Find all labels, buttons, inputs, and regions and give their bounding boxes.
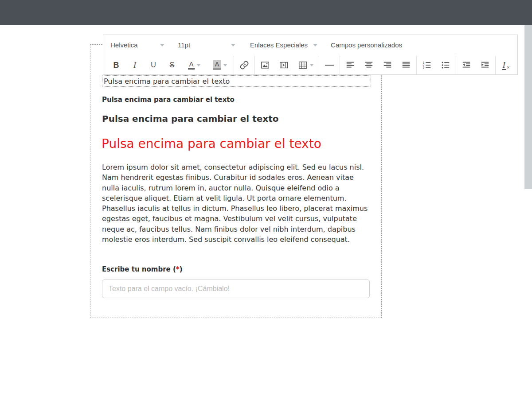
custom-fields-label: Campos personalizados <box>331 41 402 49</box>
indent-button[interactable] <box>476 56 494 74</box>
chevron-down-icon <box>223 64 227 66</box>
editable-bold-line[interactable]: Pulsa encima para cambiar el texto <box>102 96 235 104</box>
editable-text-line[interactable]: Pulsa encima para cambiar el texto <box>102 75 371 87</box>
align-center-icon <box>364 60 374 70</box>
editable-heading-bold[interactable]: Pulsa encima para cambiar el texto <box>102 113 278 124</box>
align-left-icon <box>345 60 355 70</box>
underline-button[interactable]: U <box>144 56 163 74</box>
bold-icon: B <box>113 61 119 70</box>
editable-paragraph[interactable]: Lorem ipsum dolor sit amet, consectetur … <box>102 162 371 245</box>
insert-table-button[interactable] <box>293 56 318 74</box>
name-label-suffix: ) <box>180 265 183 273</box>
image-icon <box>260 60 270 70</box>
editable-text-after-cursor: texto <box>209 77 230 85</box>
svg-text:3: 3 <box>423 66 425 69</box>
special-links-select[interactable]: Enlaces Especiales <box>250 41 317 49</box>
toolbar-dropdown-row: Helvetica 11pt Enlaces Especiales Campos… <box>103 35 517 55</box>
toolbar-format-row: B I U S A A <box>103 55 517 75</box>
name-input[interactable] <box>102 280 370 298</box>
outdent-button[interactable] <box>457 56 476 74</box>
align-justify-button[interactable] <box>397 56 415 74</box>
insert-image-button[interactable] <box>256 56 274 74</box>
strikethrough-button[interactable]: S <box>163 56 181 74</box>
italic-icon: I <box>133 61 136 70</box>
bullet-list-icon <box>441 60 450 70</box>
editor-toolbar: Helvetica 11pt Enlaces Especiales Campos… <box>103 35 518 75</box>
toolbar-separator <box>254 56 255 74</box>
toolbar-separator <box>319 56 319 74</box>
custom-fields-button[interactable]: Campos personalizados <box>331 41 402 49</box>
horizontal-rule-icon <box>324 60 335 70</box>
toolbar-separator <box>416 56 417 74</box>
required-asterisk: * <box>176 265 180 273</box>
ordered-list-icon: 1 2 3 <box>422 60 432 70</box>
bold-button[interactable]: B <box>107 56 125 74</box>
text-color-icon: A <box>188 61 194 70</box>
chevron-down-icon <box>310 64 313 66</box>
font-family-value: Helvetica <box>110 41 138 49</box>
font-family-select[interactable]: Helvetica <box>110 41 164 49</box>
toolbar-separator <box>495 56 496 74</box>
editable-text-before-cursor: Pulsa encima para cambiar el <box>104 77 209 85</box>
align-right-button[interactable] <box>378 56 397 74</box>
font-size-select[interactable]: 11pt <box>178 41 235 49</box>
scrollbar-thumb[interactable] <box>524 25 532 189</box>
chevron-down-icon <box>160 44 164 47</box>
underline-icon: U <box>151 61 156 69</box>
editable-heading-red[interactable]: Pulsa encima para cambiar el texto <box>102 136 321 151</box>
indent-icon <box>480 60 490 70</box>
video-icon <box>279 60 289 70</box>
background-color-icon: A <box>213 60 221 70</box>
name-label-prefix: Escribe tu nombre ( <box>102 265 176 273</box>
strikethrough-icon: S <box>170 61 175 69</box>
insert-link-button[interactable] <box>235 56 254 74</box>
special-links-label: Enlaces Especiales <box>250 41 308 49</box>
toolbar-separator <box>234 56 234 74</box>
chevron-down-icon <box>197 64 200 66</box>
bullet-list-button[interactable] <box>436 56 455 74</box>
link-icon <box>239 60 249 70</box>
horizontal-rule-button[interactable] <box>320 56 339 74</box>
app-header <box>0 0 532 25</box>
ordered-list-button[interactable]: 1 2 3 <box>418 56 436 74</box>
italic-button[interactable]: I <box>125 56 144 74</box>
align-right-icon <box>383 60 392 70</box>
chevron-down-icon <box>313 44 317 47</box>
background-color-button[interactable]: A <box>207 56 233 74</box>
outdent-icon <box>462 60 471 70</box>
text-color-button[interactable]: A <box>181 56 207 74</box>
align-justify-icon <box>401 60 411 70</box>
table-icon <box>298 60 308 70</box>
name-field-label: Escribe tu nombre (*) <box>102 265 183 273</box>
font-size-value: 11pt <box>178 41 190 49</box>
align-left-button[interactable] <box>341 56 360 74</box>
clear-formatting-button[interactable]: I × <box>497 56 515 74</box>
chevron-down-icon <box>231 44 235 47</box>
align-center-button[interactable] <box>360 56 378 74</box>
clear-formatting-icon: I × <box>502 61 510 70</box>
toolbar-separator <box>456 56 456 74</box>
insert-video-button[interactable] <box>274 56 293 74</box>
toolbar-separator <box>340 56 340 74</box>
